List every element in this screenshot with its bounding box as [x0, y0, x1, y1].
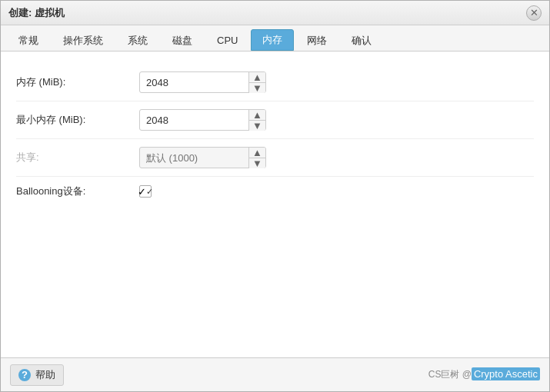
- ballooning-checkbox[interactable]: ✓: [139, 185, 152, 198]
- tab-network-label: 网络: [307, 34, 327, 48]
- memory-spin-down[interactable]: ▼: [249, 83, 265, 93]
- dialog: 创建: 虚拟机 ✕ 常规 操作系统 系统 磁盘 CPU 内存 网络 确认: [0, 0, 550, 392]
- footer: ? 帮助 CS巨树 @Crypto Ascetic: [1, 357, 549, 391]
- chevron-up-icon: ▲: [252, 148, 262, 158]
- title-bar: 创建: 虚拟机 ✕: [1, 1, 549, 25]
- shares-input: [139, 147, 266, 168]
- close-icon: ✕: [530, 7, 538, 18]
- chevron-down-icon: ▼: [252, 158, 262, 168]
- dialog-title: 创建: 虚拟机: [8, 6, 65, 20]
- watermark-highlight: Crypto Ascetic: [472, 367, 540, 380]
- check-icon: ✓: [138, 186, 146, 198]
- tab-confirm-label: 确认: [352, 34, 372, 48]
- shares-spin-up: ▲: [249, 148, 265, 158]
- memory-spin-up[interactable]: ▲: [249, 72, 265, 83]
- tab-bar: 常规 操作系统 系统 磁盘 CPU 内存 网络 确认: [1, 25, 549, 51]
- tab-memory[interactable]: 内存: [251, 29, 294, 51]
- tab-system[interactable]: 系统: [116, 29, 159, 51]
- chevron-up-icon: ▲: [252, 72, 262, 82]
- ballooning-checkbox-wrapper: ✓: [139, 185, 152, 198]
- min-memory-spinners: ▲ ▼: [248, 110, 265, 130]
- tab-disk[interactable]: 磁盘: [161, 29, 204, 51]
- tab-cpu-label: CPU: [217, 35, 238, 46]
- content-area: 内存 (MiB): ▲ ▼ 最小内存 (MiB):: [1, 51, 549, 357]
- min-memory-row: 最小内存 (MiB): ▲ ▼: [16, 101, 534, 139]
- shares-control: ▲ ▼: [139, 147, 266, 168]
- tab-disk-label: 磁盘: [172, 34, 192, 48]
- tab-os-label: 操作系统: [63, 34, 103, 48]
- memory-control: ▲ ▼: [139, 71, 266, 93]
- min-memory-control: ▲ ▼: [139, 109, 266, 131]
- help-button[interactable]: ? 帮助: [10, 364, 64, 386]
- tab-os[interactable]: 操作系统: [52, 29, 115, 51]
- chevron-down-icon: ▼: [252, 83, 262, 93]
- shares-label: 共享:: [16, 151, 139, 164]
- shares-spin-down: ▼: [249, 158, 265, 168]
- shares-row: 共享: ▲ ▼: [16, 139, 534, 177]
- tab-general[interactable]: 常规: [7, 29, 50, 51]
- min-memory-input[interactable]: [139, 109, 266, 131]
- min-memory-spin-down[interactable]: ▼: [249, 121, 265, 131]
- close-button[interactable]: ✕: [526, 5, 542, 21]
- tab-general-label: 常规: [18, 34, 38, 48]
- chevron-down-icon: ▼: [252, 121, 262, 131]
- help-label: 帮助: [35, 368, 55, 382]
- help-icon: ?: [18, 369, 31, 381]
- memory-input[interactable]: [139, 71, 266, 93]
- watermark: CS巨树 @Crypto Ascetic: [428, 368, 540, 381]
- ballooning-row: Ballooning设备: ✓: [16, 177, 534, 206]
- tab-cpu[interactable]: CPU: [205, 29, 249, 51]
- shares-spinners: ▲ ▼: [248, 148, 265, 168]
- question-mark: ?: [22, 369, 28, 380]
- tab-confirm[interactable]: 确认: [340, 29, 383, 51]
- min-memory-spin-up[interactable]: ▲: [249, 110, 265, 121]
- tab-memory-label: 内存: [262, 33, 282, 47]
- tab-network[interactable]: 网络: [295, 29, 338, 51]
- min-memory-label: 最小内存 (MiB):: [16, 113, 139, 127]
- ballooning-label: Ballooning设备:: [16, 184, 139, 198]
- chevron-up-icon: ▲: [252, 110, 262, 120]
- memory-spinners: ▲ ▼: [248, 72, 265, 92]
- tab-system-label: 系统: [128, 34, 148, 48]
- memory-label: 内存 (MiB):: [16, 75, 139, 89]
- memory-row: 内存 (MiB): ▲ ▼: [16, 64, 534, 101]
